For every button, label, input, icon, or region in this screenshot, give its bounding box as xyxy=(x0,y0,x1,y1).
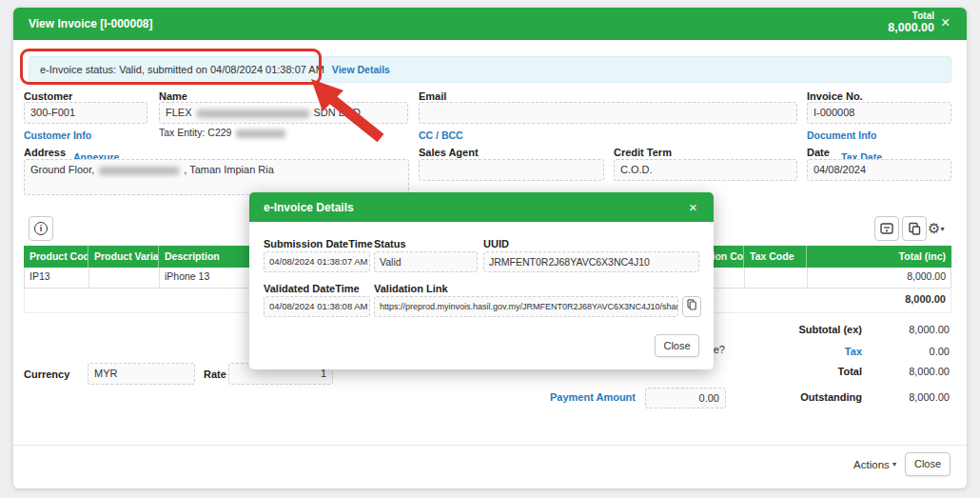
invoice-no-label: Invoice No. xyxy=(807,90,863,102)
cell-total-inc: 8,000.00 xyxy=(813,270,946,282)
tax-link[interactable]: Tax xyxy=(723,346,862,357)
address-field[interactable]: Ground Floor,, Taman Impian Ria xyxy=(24,159,409,195)
view-details-link[interactable]: View Details xyxy=(332,64,390,75)
address-suffix: , Taman Impian Ria xyxy=(184,164,274,175)
window-header xyxy=(13,8,967,40)
header-total-value: 8,000.00 xyxy=(837,21,934,34)
row-divider xyxy=(744,268,745,289)
submission-datetime-label: Submission DateTime xyxy=(264,238,373,249)
rate-label: Rate xyxy=(204,369,226,380)
view-invoice-window: View Invoice [I-000008] Total 8,000.00 ×… xyxy=(0,0,980,498)
row-divider xyxy=(807,268,808,289)
actions-dropdown[interactable]: Actions ▾ xyxy=(828,459,896,470)
cc-bcc-link[interactable]: CC / BCC xyxy=(419,129,463,141)
total-label: Total xyxy=(723,366,862,377)
info-button[interactable]: i xyxy=(29,216,53,241)
subtotal-label: Subtotal (ex) xyxy=(723,324,862,335)
uuid-label: UUID xyxy=(483,238,509,249)
gear-icon: ⚙ xyxy=(928,220,940,236)
modal-close-button[interactable]: Close xyxy=(655,334,699,357)
modal-title: e-Invoice Details xyxy=(264,201,354,214)
customer-label: Customer xyxy=(24,90,72,102)
customer-field[interactable]: 300-F001 xyxy=(24,102,147,124)
header-total-label: Total xyxy=(837,10,934,21)
address-redacted xyxy=(99,167,179,175)
tax-entity-text: Tax Entity: C229 xyxy=(159,127,290,138)
address-label: Address xyxy=(24,147,66,158)
col-total-inc: Total (inc) xyxy=(807,246,951,268)
total-value: 8,000.00 xyxy=(862,366,950,377)
scan-icon xyxy=(880,222,893,235)
address-prefix: Ground Floor, xyxy=(30,164,94,175)
copy-icon xyxy=(908,222,921,235)
info-icon: i xyxy=(34,222,48,235)
credit-term-field[interactable]: C.O.D. xyxy=(614,159,797,181)
tax-entity-redacted xyxy=(236,129,285,138)
payment-amount-field[interactable]: 0.00 xyxy=(645,388,726,408)
currency-label: Currency xyxy=(24,369,69,380)
document-info-link[interactable]: Document Info xyxy=(807,129,877,141)
col-tax-code: Tax Code xyxy=(744,246,807,268)
validated-datetime-field[interactable]: 04/08/2024 01:38:08 AM xyxy=(264,296,370,317)
validation-link-field[interactable]: https://preprod.myinvois.hasil.gov.my/JR… xyxy=(374,296,678,317)
name-suffix: SDN BHD xyxy=(314,107,362,118)
col-product-code: Product Code xyxy=(24,246,88,268)
currency-field[interactable]: MYR xyxy=(88,363,195,385)
name-label: Name xyxy=(159,90,187,102)
tax-entity-prefix: Tax Entity: C229 xyxy=(159,127,231,138)
name-prefix: FLEX xyxy=(166,107,192,118)
email-label: Email xyxy=(419,90,446,102)
cell-product-code: IP13 xyxy=(29,270,50,282)
header-total: Total 8,000.00 xyxy=(837,10,934,34)
invoice-no-field[interactable]: I-000008 xyxy=(807,102,951,124)
name-field[interactable]: FLEXSDN BHD xyxy=(159,102,408,124)
actions-caret-icon: ▾ xyxy=(892,460,896,468)
date-field[interactable]: 04/08/2024 xyxy=(807,159,951,181)
window-close-button[interactable]: Close xyxy=(905,452,951,476)
cell-description: iPhone 13 xyxy=(165,270,209,282)
modal-close-icon[interactable]: × xyxy=(689,199,697,215)
col-product-variant: Product Variant xyxy=(88,246,159,268)
window-close-icon[interactable]: × xyxy=(941,15,950,30)
outstanding-value: 8,000.00 xyxy=(862,391,950,403)
date-label: Date xyxy=(807,147,830,158)
copy-document-button[interactable] xyxy=(902,216,927,241)
name-redacted xyxy=(197,110,309,118)
customer-info-link[interactable]: Customer Info xyxy=(24,129,91,141)
einvoice-details-modal: e-Invoice Details × Submission DateTime … xyxy=(249,192,714,369)
einvoice-status-banner: e-Invoice status: Valid, submitted on 04… xyxy=(29,56,951,83)
row-divider xyxy=(159,268,160,289)
payment-amount-link[interactable]: Payment Amount xyxy=(504,391,636,403)
copy-icon xyxy=(687,299,696,310)
validated-datetime-label: Validated DateTime xyxy=(264,283,360,294)
submission-datetime-field[interactable]: 04/08/2024 01:38:07 AM xyxy=(264,251,370,272)
row-divider xyxy=(88,268,89,289)
scan-button[interactable] xyxy=(874,216,899,241)
sales-agent-label: Sales Agent xyxy=(419,147,479,158)
einvoice-status-text: e-Invoice status: Valid, submitted on 04… xyxy=(40,64,324,75)
footer-divider xyxy=(13,445,967,446)
uuid-field[interactable]: JRMFENT0R2J68YAVC6X3NC4J10 xyxy=(483,251,699,272)
sales-agent-field[interactable] xyxy=(419,159,604,181)
outstanding-label: Outstanding xyxy=(723,391,862,403)
tax-value: 0.00 xyxy=(862,346,950,357)
window-title: View Invoice [I-000008] xyxy=(29,17,153,30)
table-footer-total: 8,000.00 xyxy=(813,293,946,305)
validation-link-label: Validation Link xyxy=(374,283,448,294)
chevron-down-icon: ▾ xyxy=(940,225,944,233)
copy-link-button[interactable] xyxy=(682,296,701,317)
credit-term-label: Credit Term xyxy=(614,147,672,158)
subtotal-value: 8,000.00 xyxy=(862,324,950,335)
status-label: Status xyxy=(374,238,406,249)
settings-dropdown[interactable]: ⚙▾ xyxy=(928,220,944,237)
actions-label: Actions xyxy=(853,459,890,470)
email-field[interactable] xyxy=(419,102,797,124)
status-field[interactable]: Valid xyxy=(374,251,478,272)
